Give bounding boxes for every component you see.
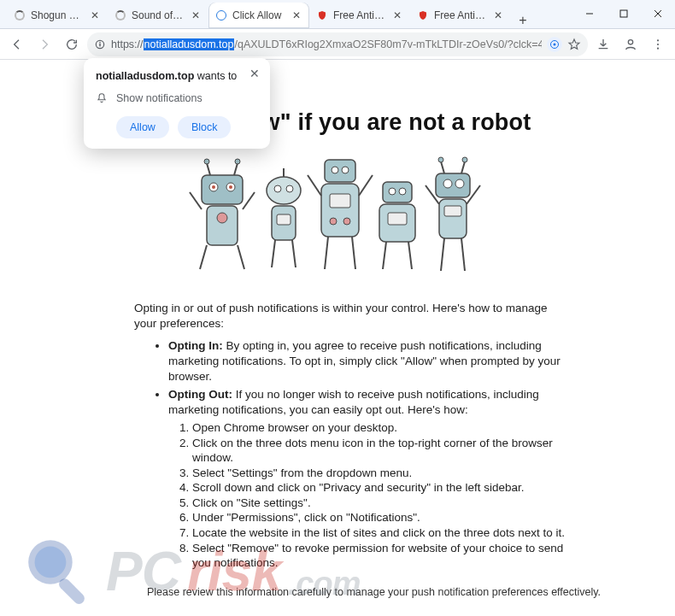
tab-antivirus-2[interactable]: Free Antivirus 202 ✕ xyxy=(410,3,511,28)
maximize-button[interactable] xyxy=(607,0,641,28)
spinner-icon xyxy=(114,9,126,21)
window-controls xyxy=(572,0,675,28)
tab-label: Free Antivirus 202 xyxy=(333,9,386,21)
svg-rect-15 xyxy=(207,206,238,245)
close-icon[interactable]: ✕ xyxy=(190,9,202,21)
url-text: https://notialladusdom.top/qAXULDT6xRIog… xyxy=(111,38,542,50)
new-tab-button[interactable]: + xyxy=(511,13,535,28)
svg-point-6 xyxy=(628,39,632,44)
reload-button[interactable] xyxy=(60,32,84,56)
downloads-button[interactable] xyxy=(591,32,615,56)
popup-title: notialladusdom.top wants to xyxy=(96,70,258,82)
svg-line-41 xyxy=(359,175,373,196)
svg-point-22 xyxy=(204,159,209,164)
spinner-icon xyxy=(14,9,26,21)
tab-label: Sound of Hope: Th xyxy=(132,9,185,21)
close-icon[interactable]: ✕ xyxy=(492,9,504,21)
tab-label: Free Antivirus 202 xyxy=(434,9,487,21)
svg-line-20 xyxy=(243,192,255,209)
svg-point-27 xyxy=(286,185,293,192)
globe-icon xyxy=(215,9,227,21)
back-button[interactable] xyxy=(5,32,29,56)
review-text: Please review this information carefully… xyxy=(147,586,675,598)
titlebar: Shogun S01E01.m ✕ Sound of Hope: Th ✕ Cl… xyxy=(0,0,675,29)
svg-point-61 xyxy=(438,157,443,162)
step-item: Select "Settings" from the dropdown menu… xyxy=(192,466,568,481)
svg-line-17 xyxy=(200,245,207,269)
shield-icon xyxy=(316,9,328,21)
forward-button[interactable] xyxy=(32,32,56,56)
step-item: Click on "Site settings". xyxy=(192,496,568,511)
steps-list: Open Chrome browser on your desktop. Cli… xyxy=(192,420,568,570)
svg-line-21 xyxy=(207,163,210,175)
svg-rect-54 xyxy=(439,199,467,238)
svg-line-49 xyxy=(383,242,386,269)
tab-antivirus-1[interactable]: Free Antivirus 202 ✕ xyxy=(309,3,410,28)
step-item: Open Chrome browser on your desktop. xyxy=(192,420,568,436)
address-bar[interactable]: https://notialladusdom.top/qAXULDT6xRIog… xyxy=(87,32,588,56)
svg-line-43 xyxy=(352,237,355,269)
opt-out-item: Opting Out: If you no longer wish to rec… xyxy=(168,387,568,417)
svg-point-24 xyxy=(235,159,240,164)
svg-point-14 xyxy=(229,185,232,189)
svg-rect-48 xyxy=(388,213,407,225)
allow-button[interactable]: Allow xyxy=(116,116,169,138)
step-item: Select "Remove" to revoke permission for… xyxy=(192,541,568,571)
svg-rect-36 xyxy=(321,184,359,237)
svg-point-39 xyxy=(343,218,350,225)
close-icon[interactable]: ✕ xyxy=(391,9,403,21)
svg-point-16 xyxy=(217,213,227,223)
svg-point-53 xyxy=(455,179,464,188)
svg-point-35 xyxy=(342,167,349,173)
text-block: Opting in or out of push notifications i… xyxy=(107,301,568,571)
bookmark-icon[interactable] xyxy=(567,38,581,51)
page-action-icon[interactable] xyxy=(547,37,562,52)
svg-rect-33 xyxy=(325,160,355,182)
minimize-button[interactable] xyxy=(572,0,607,28)
svg-rect-44 xyxy=(383,182,412,202)
tab-click-allow[interactable]: Click Allow ✕ xyxy=(208,3,309,28)
svg-line-59 xyxy=(461,238,465,271)
site-info-icon[interactable] xyxy=(94,38,106,50)
svg-line-19 xyxy=(190,192,202,209)
svg-line-40 xyxy=(308,175,321,196)
svg-point-13 xyxy=(212,185,215,189)
svg-point-38 xyxy=(330,218,337,225)
shield-icon xyxy=(417,9,429,21)
svg-point-63 xyxy=(462,157,467,162)
svg-line-23 xyxy=(234,163,238,175)
svg-point-64 xyxy=(28,540,73,584)
svg-rect-0 xyxy=(620,10,627,17)
notification-permission-popup: ✕ notialladusdom.top wants to Show notif… xyxy=(84,58,270,149)
svg-line-42 xyxy=(325,237,328,269)
popup-row: Show notifications xyxy=(96,92,258,104)
menu-button[interactable] xyxy=(646,32,670,56)
step-item: Click on the three dots menu icon in the… xyxy=(192,436,568,466)
close-icon[interactable]: ✕ xyxy=(89,9,101,21)
svg-rect-37 xyxy=(330,194,350,208)
robots-illustration xyxy=(185,148,490,280)
svg-point-65 xyxy=(35,547,67,578)
tab-label: Shogun S01E01.m xyxy=(31,9,84,21)
block-button[interactable]: Block xyxy=(178,116,232,138)
svg-rect-10 xyxy=(202,175,243,204)
step-item: Locate the website in the list of sites … xyxy=(192,525,568,541)
close-window-button[interactable] xyxy=(641,0,675,28)
svg-point-26 xyxy=(274,185,281,192)
tab-strip: Shogun S01E01.m ✕ Sound of Hope: Th ✕ Cl… xyxy=(0,0,572,28)
svg-line-62 xyxy=(461,161,465,173)
close-icon[interactable]: ✕ xyxy=(248,67,261,80)
tab-sound-of-hope[interactable]: Sound of Hope: Th ✕ xyxy=(108,3,208,28)
svg-line-60 xyxy=(441,161,444,173)
svg-point-34 xyxy=(332,167,338,173)
svg-line-18 xyxy=(238,245,244,269)
svg-point-5 xyxy=(554,43,556,45)
toolbar: https://notialladusdom.top/qAXULDT6xRIog… xyxy=(0,29,675,60)
svg-line-31 xyxy=(292,240,296,267)
profile-button[interactable] xyxy=(619,32,643,56)
svg-rect-51 xyxy=(436,173,470,197)
tab-shogun[interactable]: Shogun S01E01.m ✕ xyxy=(7,3,108,28)
opt-in-item: Opting In: By opting in, you agree to re… xyxy=(168,338,568,384)
svg-point-46 xyxy=(399,188,406,195)
close-icon[interactable]: ✕ xyxy=(291,9,302,21)
